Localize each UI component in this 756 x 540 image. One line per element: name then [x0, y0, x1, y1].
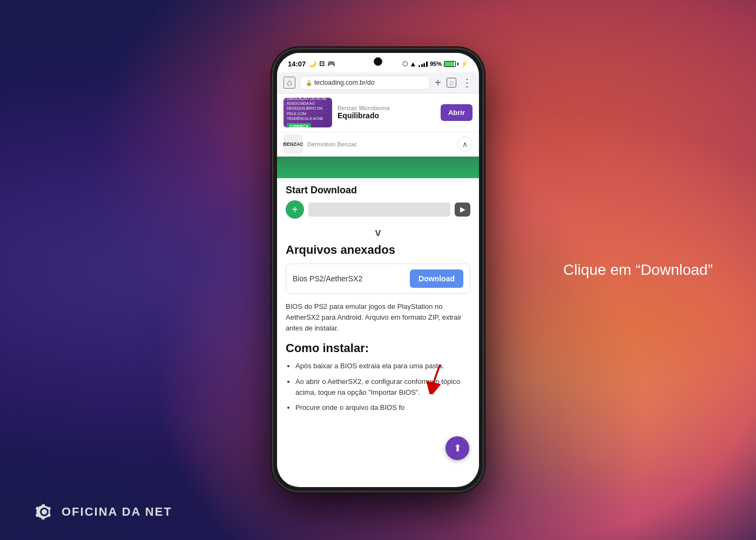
- description-text: BIOS do PS2 para emular jogos de PlaySta…: [286, 301, 470, 334]
- chevron-down-row[interactable]: v: [286, 224, 470, 243]
- phone-screen: 14:07 🌙 ⊡ 🎮 ⬡ ▲ 95%: [277, 53, 479, 487]
- tabs-button[interactable]: □: [447, 78, 456, 87]
- ad-content: Benzac Microbioma Equilibrado: [338, 105, 435, 120]
- signal-icon: [418, 60, 428, 67]
- home-icon: ⌂: [287, 78, 292, 87]
- watermark-text: OFICINA DA NET: [62, 505, 172, 519]
- battery-percent: 95%: [430, 60, 442, 67]
- new-tab-button[interactable]: +: [435, 77, 441, 89]
- camera-notch: [374, 57, 382, 66]
- ad-collapse-button[interactable]: ∧: [457, 137, 473, 152]
- ad-image-text: SIMULAÇÃO DE ACNE ASSOCIADA AO DESEQUILÍ…: [287, 98, 329, 121]
- instruction-text: Clique em “Download”: [563, 261, 713, 279]
- gamepad-icon: 🎮: [327, 60, 335, 68]
- download-row: + ▶: [286, 200, 470, 219]
- url-bar[interactable]: 🔒 tecloading.com.br/do: [300, 76, 430, 90]
- watermark: OFICINA DA NET: [32, 500, 172, 524]
- url-text: tecloading.com.br/do: [314, 79, 374, 86]
- start-download-title: Start Download: [286, 185, 470, 196]
- ad-open-button[interactable]: Abrir: [441, 104, 473, 121]
- install-step-3: Procure onde o arquivo da BIOS fo: [295, 402, 470, 413]
- cast-icon: ⊡: [319, 60, 325, 68]
- status-right: ⬡ ▲ 95% ⚡: [402, 60, 468, 68]
- ad-brand: Benzac Microbioma: [338, 105, 435, 111]
- phone: 14:07 🌙 ⊡ 🎮 ⬡ ▲ 95%: [273, 49, 483, 491]
- browser-actions: + □ ⋮: [435, 76, 473, 89]
- lock-icon: 🔒: [306, 80, 312, 86]
- status-time: 14:07: [288, 60, 306, 68]
- browser-bar[interactable]: ⌂ 🔒 tecloading.com.br/do + □ ⋮: [277, 72, 479, 93]
- share-icon: ⬆: [454, 442, 462, 454]
- benzac-logo: BENZAC: [284, 134, 303, 154]
- gear-icon: [32, 500, 56, 524]
- chevron-down-icon: v: [375, 226, 381, 238]
- ad-banner: SIMULAÇÃO DE ACNE ASSOCIADA AO DESEQUILÍ…: [277, 93, 479, 132]
- ad-bottom-bar: BENZAC Dermotivin Benzac ∧: [277, 132, 479, 157]
- file-name: Bios PS2/AetherSX2: [293, 274, 404, 283]
- wifi-icon: ▲: [410, 60, 417, 68]
- file-download-row: Bios PS2/AetherSX2 Download: [286, 264, 470, 294]
- page-content: Start Download + ▶ v Arquivos anexados: [277, 178, 479, 424]
- plus-icon: +: [286, 200, 304, 219]
- section-title: Arquivos anexados: [286, 243, 470, 257]
- start-download-section: Start Download + ▶: [286, 185, 470, 219]
- fab-share-button[interactable]: ⬆: [446, 436, 469, 460]
- menu-button[interactable]: ⋮: [462, 76, 473, 89]
- browser-content[interactable]: SIMULAÇÃO DE ACNE ASSOCIADA AO DESEQUILÍ…: [277, 93, 479, 485]
- install-step-1: Após baixar a BIOS extraia ela para uma …: [295, 361, 470, 372]
- green-strip: [277, 157, 479, 178]
- ad-image: SIMULAÇÃO DE ACNE ASSOCIADA AO DESEQUILÍ…: [284, 98, 332, 127]
- phone-container: 14:07 🌙 ⊡ 🎮 ⬡ ▲ 95%: [273, 49, 483, 491]
- ad-title: Equilibrado: [338, 111, 435, 120]
- bluetooth-icon: ⬡: [402, 60, 408, 68]
- ad-cta-label[interactable]: CONHEÇA: [287, 123, 311, 127]
- download-partial-button[interactable]: ▶: [455, 202, 470, 217]
- install-list: Após baixar a BIOS extraia ela para uma …: [286, 361, 470, 413]
- charge-icon: ⚡: [461, 60, 468, 68]
- battery-indicator: [444, 61, 458, 67]
- install-step-2: Ao abrir o AetherSX2, e configurar confo…: [295, 376, 470, 398]
- download-bar-placeholder: [308, 202, 450, 217]
- download-file-button[interactable]: Download: [410, 269, 463, 288]
- install-title: Como instalar:: [286, 341, 470, 355]
- moon-icon: 🌙: [308, 60, 316, 68]
- home-button[interactable]: ⌂: [284, 77, 295, 89]
- status-left: 14:07 🌙 ⊡ 🎮: [288, 60, 335, 68]
- ad-brand-name: Dermotivin Benzac: [307, 141, 357, 147]
